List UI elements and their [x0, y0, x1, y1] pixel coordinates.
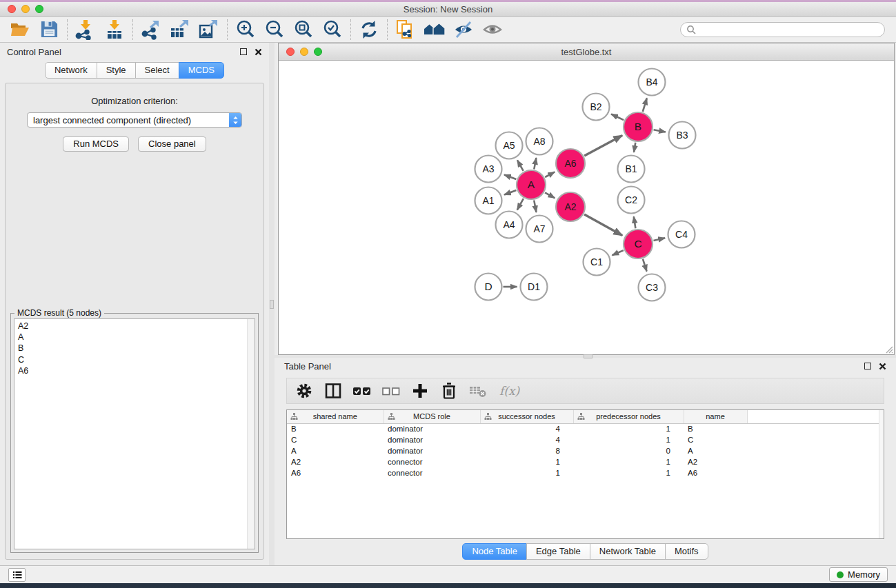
graph-node-C1[interactable]: C1: [584, 249, 610, 276]
cell-predecessor-nodes[interactable]: 0: [573, 445, 684, 456]
zoom-network-button[interactable]: [314, 48, 322, 56]
graph-edge-A-A6[interactable]: [545, 172, 555, 177]
select-all-rows-button[interactable]: [352, 381, 372, 401]
search-box[interactable]: [680, 22, 885, 37]
graph-node-A2[interactable]: A2: [556, 192, 585, 221]
task-history-button[interactable]: [8, 568, 26, 582]
show-all-button[interactable]: [478, 18, 507, 41]
table-row[interactable]: A6connector11A6: [287, 467, 884, 478]
graph-node-B3[interactable]: B3: [669, 122, 696, 149]
graph-node-A6[interactable]: A6: [556, 149, 585, 178]
add-column-button[interactable]: [410, 381, 430, 401]
graph-edge-A-A7[interactable]: [534, 201, 536, 212]
table-scrollbar[interactable]: [879, 410, 884, 538]
graph-edge-C-C4[interactable]: [654, 238, 666, 241]
tab-network-table[interactable]: Network Table: [590, 543, 666, 560]
column-header-successor-nodes[interactable]: successor nodes: [480, 410, 573, 423]
graph-node-B[interactable]: B: [624, 112, 653, 141]
cell-shared-name[interactable]: A: [287, 445, 384, 456]
cell-predecessor-nodes[interactable]: 1: [573, 456, 684, 467]
cell-mcds-role[interactable]: dominator: [384, 423, 480, 434]
vertical-splitter[interactable]: [269, 43, 275, 565]
close-panel-button[interactable]: Close panel: [138, 136, 206, 152]
table-row[interactable]: Adominator80A: [287, 445, 884, 456]
graph-node-A7[interactable]: A7: [526, 216, 553, 243]
cell-mcds-role[interactable]: dominator: [384, 434, 480, 445]
show-column-button[interactable]: [323, 381, 344, 401]
zoom-out-button[interactable]: [260, 18, 289, 41]
mcds-result-list[interactable]: A2ABCA6: [14, 318, 255, 549]
main-titlebar[interactable]: Session: New Session: [0, 2, 896, 17]
mcds-result-item[interactable]: C: [18, 354, 255, 365]
delete-table-button[interactable]: [468, 381, 488, 401]
cell-name[interactable]: A6: [684, 467, 747, 478]
export-image-button[interactable]: [195, 18, 223, 41]
import-table-button[interactable]: [100, 18, 129, 41]
horizontal-splitter[interactable]: [275, 355, 896, 358]
graph-node-A3[interactable]: A3: [475, 156, 502, 183]
column-header-mcds-role[interactable]: MCDS role: [384, 410, 480, 423]
graph-edge-A-A4[interactable]: [517, 199, 524, 210]
column-header-name[interactable]: name: [684, 410, 747, 423]
tab-edge-table[interactable]: Edge Table: [526, 543, 590, 560]
table-row[interactable]: Cdominator41C: [287, 434, 884, 445]
cell-mcds-role[interactable]: connector: [384, 467, 480, 478]
graph-edge-A-A8[interactable]: [534, 158, 536, 169]
cell-successor-nodes[interactable]: 1: [480, 467, 573, 478]
graph-node-D1[interactable]: D1: [521, 274, 548, 301]
cell-shared-name[interactable]: C: [287, 434, 384, 445]
refresh-view-button[interactable]: [355, 18, 384, 41]
tab-motifs[interactable]: Motifs: [665, 543, 708, 560]
graph-edge-C-C2[interactable]: [634, 216, 636, 228]
graph-node-C[interactable]: C: [624, 230, 653, 258]
close-panel-icon[interactable]: [879, 363, 886, 370]
apply-layout-button[interactable]: [420, 18, 449, 41]
mcds-result-item[interactable]: A2: [18, 321, 255, 332]
float-panel-icon[interactable]: [240, 48, 247, 55]
tab-network[interactable]: Network: [45, 62, 97, 79]
close-network-button[interactable]: [286, 48, 295, 56]
cell-predecessor-nodes[interactable]: 1: [573, 423, 684, 434]
cell-mcds-role[interactable]: dominator: [384, 445, 480, 456]
cell-shared-name[interactable]: A6: [287, 467, 384, 478]
graph-edge-A2-C[interactable]: [584, 214, 622, 235]
cell-mcds-role[interactable]: connector: [384, 456, 480, 467]
column-header-shared-name[interactable]: shared name: [287, 410, 384, 423]
table-options-button[interactable]: [294, 381, 315, 401]
cell-name[interactable]: A: [684, 445, 747, 456]
minimize-network-button[interactable]: [300, 48, 308, 56]
float-panel-icon[interactable]: [864, 363, 871, 369]
minimize-window-button[interactable]: [21, 5, 30, 13]
graph-edge-C-C3[interactable]: [643, 259, 647, 272]
cell-name[interactable]: B: [684, 423, 747, 434]
mcds-result-item[interactable]: A: [18, 332, 255, 343]
cell-successor-nodes[interactable]: 1: [480, 456, 573, 467]
cell-successor-nodes[interactable]: 4: [480, 434, 573, 445]
graph-edge-A-A2[interactable]: [545, 192, 555, 198]
new-network-from-selection-button[interactable]: [391, 18, 420, 41]
open-session-button[interactable]: [6, 18, 34, 41]
graph-edge-B-B1[interactable]: [634, 143, 635, 152]
graph-edge-B-B4[interactable]: [643, 98, 647, 112]
mcds-result-item[interactable]: A6: [18, 365, 255, 376]
graph-node-A[interactable]: A: [517, 170, 546, 199]
tab-node-table[interactable]: Node Table: [462, 543, 527, 560]
cell-name[interactable]: C: [684, 434, 747, 445]
optimization-criterion-select[interactable]: largest connected component (directed): [27, 112, 242, 128]
network-window-titlebar[interactable]: testGlobe.txt: [279, 43, 894, 61]
cell-successor-nodes[interactable]: 8: [480, 445, 573, 456]
graph-node-C3[interactable]: C3: [639, 274, 666, 301]
close-window-button[interactable]: [8, 5, 16, 13]
tab-mcds[interactable]: MCDS: [179, 62, 224, 79]
graph-node-A5[interactable]: A5: [496, 132, 523, 159]
result-scrollbar[interactable]: [247, 319, 255, 549]
graph-node-C2[interactable]: C2: [618, 187, 645, 214]
tab-select[interactable]: Select: [135, 62, 179, 79]
save-session-button[interactable]: [34, 18, 63, 41]
import-network-button[interactable]: [71, 18, 100, 41]
graph-node-C4[interactable]: C4: [668, 221, 695, 248]
graph-node-B4[interactable]: B4: [639, 69, 666, 96]
zoom-fit-button[interactable]: [289, 18, 318, 41]
tab-style[interactable]: Style: [97, 62, 136, 79]
graph-edge-B-B3[interactable]: [654, 130, 666, 132]
